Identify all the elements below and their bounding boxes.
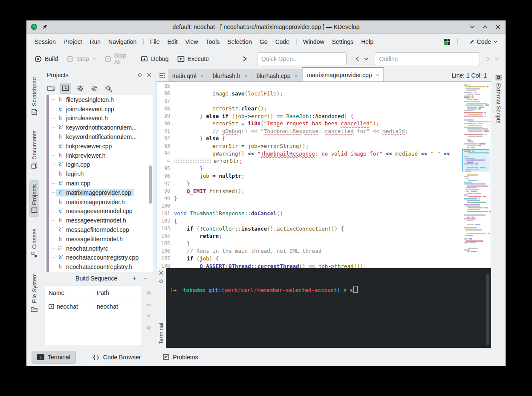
nav-back-dropdown-icon[interactable] bbox=[362, 56, 370, 62]
terminal-text: work/carl/remember-selected-account bbox=[225, 287, 337, 293]
maximize-icon[interactable] bbox=[482, 23, 489, 30]
close-terminal-icon[interactable] bbox=[159, 271, 163, 275]
session-prompt-icon[interactable] bbox=[240, 54, 249, 64]
execute-button[interactable]: Execute bbox=[173, 53, 213, 65]
bottom-tab-terminal[interactable]: ›Terminal bbox=[32, 351, 75, 363]
tab-close-icon[interactable]: × bbox=[295, 72, 298, 79]
tab-close-icon[interactable]: × bbox=[376, 72, 379, 78]
bottom-tab-problems[interactable]: Problems bbox=[158, 351, 203, 363]
nav-forward-icon[interactable] bbox=[484, 55, 492, 63]
tree-item[interactable]: hfiletypesingleton.h bbox=[45, 95, 153, 104]
tree-item[interactable]: c··neochataccountregistry.cpp bbox=[45, 253, 153, 263]
tree-item[interactable]: hkeywordnotificationrulem... bbox=[45, 132, 153, 142]
menu-item-settings[interactable]: Settings bbox=[328, 36, 358, 47]
quick-open-input[interactable] bbox=[257, 52, 347, 65]
editor-tab-matriximageprovider-cpp[interactable]: matriximageprovider.cpp× bbox=[302, 67, 384, 81]
tree-item[interactable]: hlinkpreviewer.h bbox=[45, 151, 153, 160]
float-terminal-icon[interactable] bbox=[159, 279, 163, 283]
dock-tab-scratchpad[interactable]: Scratchpad bbox=[30, 74, 39, 119]
tab-close-icon[interactable]: × bbox=[200, 72, 204, 79]
menu-item-go[interactable]: Go bbox=[256, 36, 272, 47]
nav-forward-dropdown-icon[interactable] bbox=[493, 56, 501, 62]
nav-back-icon[interactable] bbox=[353, 55, 361, 63]
stop-button[interactable]: Stop bbox=[63, 53, 100, 65]
menu-item-code[interactable]: Code bbox=[272, 36, 293, 47]
reload-gear-icon[interactable] bbox=[89, 83, 99, 93]
filter-gear-icon[interactable] bbox=[103, 83, 113, 93]
move-top-icon[interactable] bbox=[146, 291, 151, 295]
tree-item[interactable]: c··matriximageprovider.cpp bbox=[45, 188, 153, 197]
document-list-icon[interactable] bbox=[156, 73, 168, 81]
tree-item[interactable]: hmessageeventmodel.h bbox=[45, 216, 153, 225]
menu-item-view[interactable]: View bbox=[182, 36, 202, 47]
tree-item[interactable]: c··messagefiltermodel.cpp bbox=[45, 225, 153, 234]
minimap-viewport[interactable] bbox=[462, 149, 489, 172]
editor[interactable]: 8586 image.save(localFile);8788 errorStr… bbox=[156, 81, 491, 268]
menu-item-navigation[interactable]: Navigation bbox=[104, 36, 140, 47]
tree-scrollbar[interactable] bbox=[149, 165, 152, 204]
tree-item[interactable]: hmessagefiltermodel.h bbox=[45, 234, 153, 244]
terminal-output[interactable]: !→ tokodon git:(work/carl/remember-selec… bbox=[166, 268, 491, 348]
code-mode-button[interactable]: Code bbox=[465, 36, 501, 48]
add-build-item-button[interactable]: + bbox=[129, 275, 139, 282]
column-header-path[interactable]: Path bbox=[93, 289, 113, 296]
move-up-icon[interactable] bbox=[146, 303, 151, 306]
kdevelop-window: default: neochat - [ neochat:src/matrixi… bbox=[26, 20, 506, 366]
tree-item[interactable]: hmatriximageprovider.h bbox=[45, 197, 153, 207]
outline-input[interactable] bbox=[375, 52, 480, 65]
float-panel-icon[interactable] bbox=[138, 73, 142, 77]
move-bottom-icon[interactable] bbox=[146, 325, 151, 330]
tree-item[interactable]: c··joinrulesevent.cpp bbox=[45, 104, 153, 114]
menu-item-help[interactable]: Help bbox=[357, 36, 377, 47]
build-sequence-row[interactable]: neochatneochat bbox=[45, 300, 141, 313]
dock-tab-classes[interactable]: Classes bbox=[30, 225, 39, 261]
remove-build-item-button[interactable]: − bbox=[140, 275, 150, 282]
pin-icon[interactable] bbox=[42, 24, 48, 30]
tree-item[interactable]: c··login.cpp bbox=[45, 160, 153, 170]
menu-item-selection[interactable]: Selection bbox=[223, 36, 256, 47]
debug-button[interactable]: Debug bbox=[137, 53, 172, 65]
run-configuration-icon[interactable] bbox=[60, 83, 71, 94]
minimize-icon[interactable] bbox=[469, 23, 476, 30]
tree-item[interactable]: hneochataccountregistry.h bbox=[45, 262, 153, 272]
tree-item[interactable]: c··keywordnotificationrulem... bbox=[45, 123, 153, 132]
tree-item[interactable]: neochat.notifyrc bbox=[45, 244, 153, 253]
tree-branch-line bbox=[52, 137, 55, 137]
workspace-grid-icon[interactable] bbox=[444, 38, 451, 45]
menu-item-project[interactable]: Project bbox=[60, 36, 86, 47]
code-line: 99} bbox=[156, 195, 462, 202]
menu-item-window[interactable]: Window bbox=[299, 36, 328, 47]
tree-item[interactable]: neochatconfig.kcfg bbox=[45, 272, 153, 272]
tab-close-icon[interactable]: × bbox=[244, 72, 248, 79]
menu-item-tools[interactable]: Tools bbox=[202, 36, 224, 47]
column-header-name[interactable]: Name bbox=[45, 286, 93, 300]
build-settings-gear-icon[interactable] bbox=[75, 83, 85, 93]
menu-item-file[interactable]: File bbox=[146, 36, 164, 47]
dock-tab-external-scripts[interactable]: External Scripts bbox=[494, 71, 503, 127]
dock-tab-projects[interactable]: Projects bbox=[30, 181, 39, 217]
tree-item[interactable]: c··main.cpp bbox=[45, 179, 153, 188]
dock-tab-filesystem[interactable]: File System bbox=[29, 270, 39, 315]
menu-item-edit[interactable]: Edit bbox=[163, 36, 181, 47]
editor-tab-main-qml[interactable]: main.qml× bbox=[168, 69, 208, 81]
cpp-file-icon: c·· bbox=[57, 162, 64, 167]
bottom-tab-code-browser[interactable]: {}Code Browser bbox=[87, 351, 146, 363]
window-title: default: neochat - [ neochat:src/matrixi… bbox=[95, 23, 437, 30]
tree-item[interactable]: hjoinrulesevent.h bbox=[45, 114, 153, 123]
stop-all-button[interactable]: Stop All bbox=[101, 49, 136, 68]
terminal-scrollbar[interactable] bbox=[486, 274, 489, 345]
menu-item-run[interactable]: Run bbox=[86, 36, 104, 47]
move-down-icon[interactable] bbox=[146, 314, 151, 318]
tree-item[interactable]: c··messageeventmodel.cpp bbox=[45, 207, 153, 216]
build-button[interactable]: Build bbox=[31, 53, 62, 65]
open-project-icon[interactable] bbox=[46, 83, 56, 93]
tree-item[interactable]: c··linkpreviewer.cpp bbox=[45, 142, 153, 151]
menu-item-session[interactable]: Session bbox=[31, 36, 60, 47]
editor-tab-blurhash-h[interactable]: blurhash.h× bbox=[208, 69, 252, 81]
minimap[interactable] bbox=[462, 82, 491, 268]
editor-tab-blurhash-cpp[interactable]: blurhash.cpp× bbox=[252, 69, 302, 81]
close-panel-icon[interactable] bbox=[147, 73, 151, 77]
tree-item[interactable]: hlogin.h bbox=[45, 169, 153, 179]
close-icon[interactable] bbox=[494, 23, 501, 30]
dock-tab-documents[interactable]: Documents bbox=[30, 127, 39, 172]
